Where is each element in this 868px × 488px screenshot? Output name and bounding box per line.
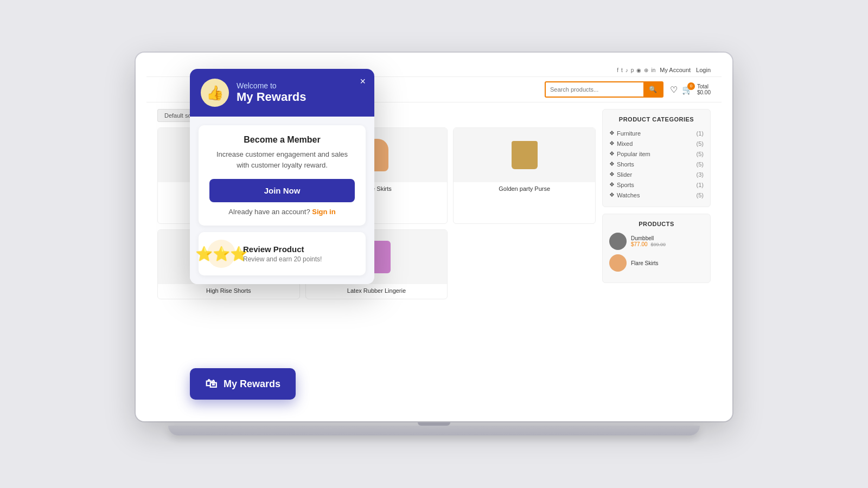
sign-in-link[interactable]: Sign in: [312, 208, 335, 216]
rewards-popup: 👍 Welcome to My Rewards × Become a Membe…: [190, 69, 374, 284]
review-info: Review Product Review and earn 20 points…: [243, 245, 322, 263]
member-card-desc: Increase customer engagement and sales w…: [209, 149, 355, 170]
popup-header-text: Welcome to My Rewards: [237, 81, 306, 104]
popup-header-icon: 👍: [201, 79, 229, 107]
bag-icon: 🛍: [205, 377, 217, 391]
join-now-button[interactable]: Join Now: [209, 179, 355, 202]
modal-overlay: 👍 Welcome to My Rewards × Become a Membe…: [136, 53, 732, 421]
my-rewards-button[interactable]: 🛍 My Rewards: [190, 368, 296, 400]
popup-header: 👍 Welcome to My Rewards ×: [190, 69, 374, 117]
laptop-wrapper: f t ♪ p ◉ ⊕ in My Account Login 🔍: [136, 53, 732, 435]
popup-close-button[interactable]: ×: [360, 76, 366, 86]
member-card: Become a Member Increase customer engage…: [199, 125, 366, 226]
review-desc: Review and earn 20 points!: [243, 255, 322, 263]
review-icon: ⭐⭐⭐: [207, 240, 235, 268]
my-rewards-label: My Rewards: [224, 378, 280, 390]
review-title: Review Product: [243, 245, 322, 254]
rewards-line: My Rewards: [237, 90, 306, 104]
review-card: ⭐⭐⭐ Review Product Review and earn 20 po…: [199, 232, 366, 275]
welcome-line: Welcome to: [237, 81, 306, 90]
account-text: Already have an account? Sign in: [209, 208, 355, 216]
popup-body: Become a Member Increase customer engage…: [190, 117, 374, 284]
member-card-title: Become a Member: [209, 135, 355, 145]
laptop-screen: f t ♪ p ◉ ⊕ in My Account Login 🔍: [136, 53, 732, 421]
stars-icon: ⭐⭐⭐: [195, 246, 247, 262]
